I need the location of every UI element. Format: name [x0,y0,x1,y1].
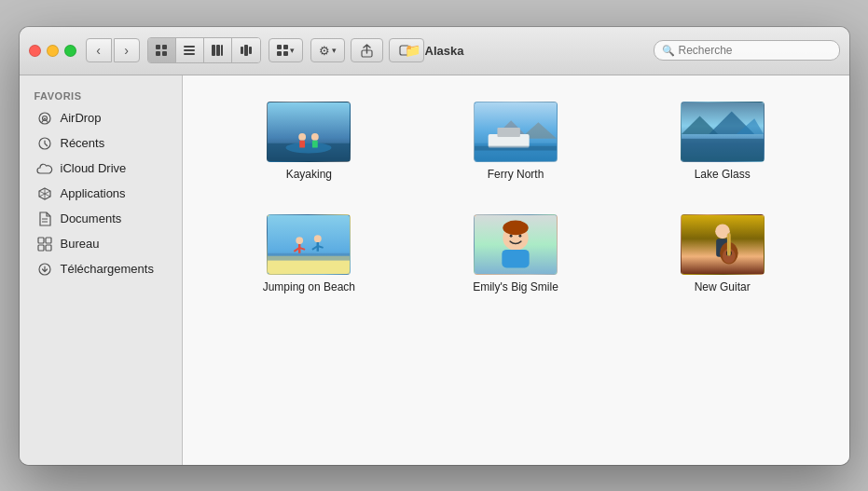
airdrop-icon [36,110,53,127]
sidebar-item-downloads[interactable]: Téléchargements [23,257,178,281]
file-item-jumping-on-beach[interactable]: Jumping on Beach [211,207,408,301]
file-item-kayaking[interactable]: Kayaking [211,94,408,188]
file-thumbnail-new-guitar [681,214,765,275]
maximize-button[interactable] [64,45,76,57]
sidebar-item-applications[interactable]: Applications [23,182,178,206]
titlebar: ‹ › [20,27,849,75]
svg-rect-50 [268,252,350,260]
svg-rect-64 [502,249,529,267]
svg-point-34 [311,132,319,140]
main-content: Favoris AirDrop [20,75,849,465]
svg-rect-3 [162,51,167,56]
svg-rect-26 [38,245,44,251]
forward-button[interactable]: › [114,38,140,62]
view-mode-buttons [147,37,261,63]
svg-point-61 [503,220,528,235]
window-title-text: Alaska [425,44,464,58]
file-item-emilys-big-smile[interactable]: Emily's Big Smile [417,207,614,301]
close-button[interactable] [29,45,41,57]
svg-rect-47 [682,138,764,160]
group-button[interactable]: ▾ [269,38,303,62]
svg-rect-8 [216,45,220,56]
sidebar-item-airdrop[interactable]: AirDrop [23,106,178,130]
svg-rect-33 [300,140,306,147]
svg-rect-35 [312,140,318,147]
sidebar-item-documents[interactable]: Documents [23,207,178,231]
file-grid: Kayaking [183,75,849,465]
icloud-icon [36,160,53,177]
file-item-lake-glass[interactable]: Lake Glass [624,94,821,188]
bureau-label: Bureau [61,237,100,251]
applications-icon [36,185,53,202]
svg-rect-1 [162,45,167,49]
svg-rect-13 [277,45,282,49]
file-label-new-guitar: New Guitar [695,280,751,293]
svg-rect-4 [184,46,195,48]
column-view-button[interactable] [204,38,232,62]
finder-window: ‹ › [20,27,849,465]
svg-rect-5 [184,49,195,51]
svg-rect-6 [184,53,195,55]
svg-rect-14 [283,45,288,49]
search-icon: 🔍 [662,45,675,57]
file-item-new-guitar[interactable]: New Guitar [624,207,821,301]
sidebar-section-label: Favoris [20,87,182,105]
svg-point-51 [296,237,304,244]
file-thumbnail-jumping-on-beach [267,214,351,275]
svg-rect-71 [727,233,731,255]
documents-icon [36,211,53,227]
svg-rect-16 [283,51,288,56]
file-label-jumping-on-beach: Jumping on Beach [263,280,355,293]
search-input[interactable] [679,44,809,57]
svg-point-62 [510,234,513,237]
documents-label: Documents [61,211,122,225]
icon-view-button[interactable] [148,38,176,62]
sidebar-item-recents[interactable]: Récents [23,131,178,156]
sidebar: Favoris AirDrop [20,75,183,465]
tag-button[interactable] [389,38,424,62]
svg-rect-42 [475,145,557,150]
svg-rect-7 [212,45,215,56]
svg-rect-18 [400,46,409,55]
file-thumbnail-lake-glass [681,102,765,162]
list-view-button[interactable] [176,38,204,62]
svg-rect-9 [221,45,223,56]
bureau-icon [36,236,53,252]
file-label-kayaking: Kayaking [286,168,332,181]
share-button[interactable] [351,38,383,62]
file-thumbnail-ferry-north [474,102,558,162]
svg-point-63 [518,234,521,237]
gear-button[interactable]: ⚙ ▾ [310,38,345,62]
sidebar-item-icloud[interactable]: iCloud Drive [23,157,178,181]
coverflow-view-button[interactable] [232,38,260,62]
svg-point-55 [314,235,322,242]
svg-rect-24 [38,238,44,243]
file-label-emilys-big-smile: Emily's Big Smile [473,280,558,293]
airdrop-label: AirDrop [61,111,102,125]
svg-rect-2 [156,51,160,56]
file-thumbnail-emilys-big-smile [474,214,558,275]
nav-buttons: ‹ › [86,38,140,62]
group-chevron: ▾ [290,46,295,55]
minimize-button[interactable] [47,45,59,57]
svg-point-31 [286,142,332,153]
gear-icon: ⚙ [319,44,330,58]
file-label-ferry-north: Ferry North [488,168,544,181]
sidebar-item-bureau[interactable]: Bureau [23,232,178,256]
downloads-icon [36,261,53,278]
recents-label: Récents [61,136,105,150]
back-button[interactable]: ‹ [86,38,112,62]
svg-rect-15 [277,51,282,56]
svg-rect-41 [497,128,519,137]
gear-chevron: ▾ [332,46,337,55]
svg-rect-12 [249,47,252,54]
recents-icon [36,135,53,152]
icloud-label: iCloud Drive [61,161,127,175]
traffic-lights [29,45,76,57]
search-bar[interactable]: 🔍 [654,40,840,61]
file-item-ferry-north[interactable]: Ferry North [417,94,614,188]
file-label-lake-glass: Lake Glass [695,168,751,181]
svg-point-32 [299,132,307,140]
file-thumbnail-kayaking [267,102,351,162]
svg-rect-11 [244,45,248,56]
